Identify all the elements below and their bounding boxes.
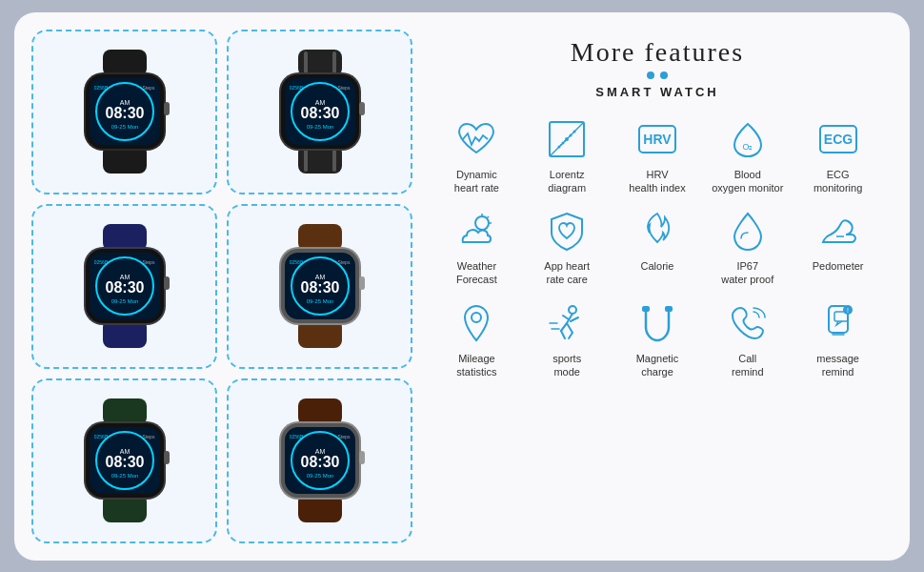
feature-sports-mode: sportsmode [522,296,613,383]
dot-right [660,72,668,79]
lorentz-label: Lorentzdiagram [548,168,586,195]
pedometer-label: Pedometer [813,259,864,273]
watch-grid: AM 08:30 09-25 Mon 0256B Steps [31,30,412,543]
watch-cell-2: AM 08:30 09-25 Mon 0256B Steps [227,30,412,194]
features-panel: More features SMART WATCH Dynamicheart r… [412,30,893,543]
watch-cell-4: AM 08:30 09-25 Mon 0256B Steps [227,204,412,369]
mileage-label: Mileagestatistics [456,352,496,379]
svg-text:Steps: Steps [142,434,154,439]
svg-text:Steps: Steps [337,259,350,265]
hrv-icon: HRV [634,116,680,162]
svg-rect-63 [164,451,170,464]
svg-rect-16 [304,149,308,172]
message-remind-label: messageremind [816,352,859,379]
svg-text:0256B: 0256B [93,434,108,439]
feature-call-remind: Callremind [702,296,793,383]
svg-text:08:30: 08:30 [300,454,339,470]
title-decoration [647,72,668,79]
svg-text:09-25  Mon: 09-25 Mon [306,473,333,479]
lorentz-icon [544,116,590,162]
magnetic-charge-label: Magneticcharge [636,352,679,379]
svg-rect-75 [359,451,365,464]
svg-text:0256B: 0256B [93,85,108,91]
svg-point-94 [472,313,481,322]
svg-text:08:30: 08:30 [105,105,144,121]
svg-text:09-25  Mon: 09-25 Mon [110,298,138,304]
heart-rate-label: Dynamicheart rate [454,168,499,195]
main-container: AM 08:30 09-25 Mon 0256B Steps [14,12,910,561]
svg-text:08:30: 08:30 [105,454,144,470]
svg-rect-11 [164,102,170,115]
watch-cell-6: AM 08:30 09-25 Mon 0256B Steps [227,378,412,543]
dot-left [647,72,654,79]
watch-cell-3: AM 08:30 09-25 Mon 0256B Steps [31,204,217,369]
svg-text:Steps: Steps [142,259,154,265]
app-heart-rate-label: App heartrate care [544,259,590,287]
location-pin-icon [453,300,499,346]
ip67-label: IP67water proof [721,259,773,287]
svg-text:08:30: 08:30 [105,279,144,296]
hrv-label: HRVhealth index [629,168,685,195]
feature-blood-oxygen: O₂ Bloodoxygen monitor [702,112,793,199]
svg-rect-28 [103,224,147,251]
svg-text:09-25  Mon: 09-25 Mon [306,298,333,304]
svg-text:08:30: 08:30 [300,279,339,296]
svg-text:HRV: HRV [643,132,672,147]
svg-text:09-25  Mon: 09-25 Mon [110,124,138,130]
feature-ecg: ECG ECGmonitoring [793,112,883,199]
ecg-icon: ECG [815,116,861,162]
svg-rect-17 [332,149,336,172]
heart-rate-icon [453,116,499,162]
svg-rect-64 [298,398,342,425]
blood-oxygen-label: Bloodoxygen monitor [712,168,783,195]
svg-rect-13 [304,51,308,74]
calorie-icon [634,208,680,254]
svg-rect-40 [298,224,342,251]
svg-rect-52 [103,398,147,425]
feature-app-heart-rate: App heartrate care [522,204,613,291]
feature-dynamic-heart-rate: Dynamicheart rate [432,112,522,199]
feature-weather: WeatherForecast [432,204,522,291]
feature-hrv: HRV HRVhealth index [613,112,703,199]
feature-calorie: Calorie [613,204,703,291]
feature-ip67: IP67water proof [702,204,793,291]
sports-mode-label: sportsmode [552,352,581,379]
svg-text:08:30: 08:30 [300,105,339,121]
svg-point-81 [570,133,572,136]
shield-heart-icon [544,208,590,254]
blood-oxygen-icon: O₂ [725,116,771,162]
svg-point-83 [560,144,562,146]
svg-rect-27 [359,102,365,115]
weather-icon [453,208,499,254]
runner-icon [544,300,590,346]
svg-line-93 [487,216,489,218]
watch-cell-5: AM 08:30 09-25 Mon 0256B Steps [31,378,217,543]
svg-rect-14 [332,51,336,74]
shoe-icon [815,208,861,254]
svg-text:0256B: 0256B [289,259,303,265]
svg-text:0256B: 0256B [289,434,303,439]
svg-rect-98 [642,306,650,312]
svg-text:0256B: 0256B [289,85,303,91]
svg-point-79 [562,141,565,144]
svg-point-84 [564,140,566,142]
call-remind-label: Callremind [732,352,764,379]
ecg-label: ECGmonitoring [814,168,862,195]
svg-rect-51 [359,276,365,290]
message-icon: ! [815,300,861,346]
svg-text:ECG: ECG [823,132,852,147]
magnet-icon [634,300,680,346]
svg-text:09-25  Mon: 09-25 Mon [110,473,138,479]
svg-text:0256B: 0256B [93,259,108,265]
svg-rect-39 [164,276,170,290]
features-title: More features [571,37,744,68]
svg-text:O₂: O₂ [742,142,753,152]
feature-mileage: Mileagestatistics [432,296,522,383]
svg-text:Steps: Steps [142,85,154,91]
svg-text:Steps: Steps [337,434,350,439]
features-subtitle: SMART WATCH [595,85,719,99]
feature-lorentz: Lorentzdiagram [522,112,613,199]
svg-text:09-25  Mon: 09-25 Mon [306,124,333,130]
svg-rect-0 [103,50,147,76]
svg-point-78 [558,145,561,148]
